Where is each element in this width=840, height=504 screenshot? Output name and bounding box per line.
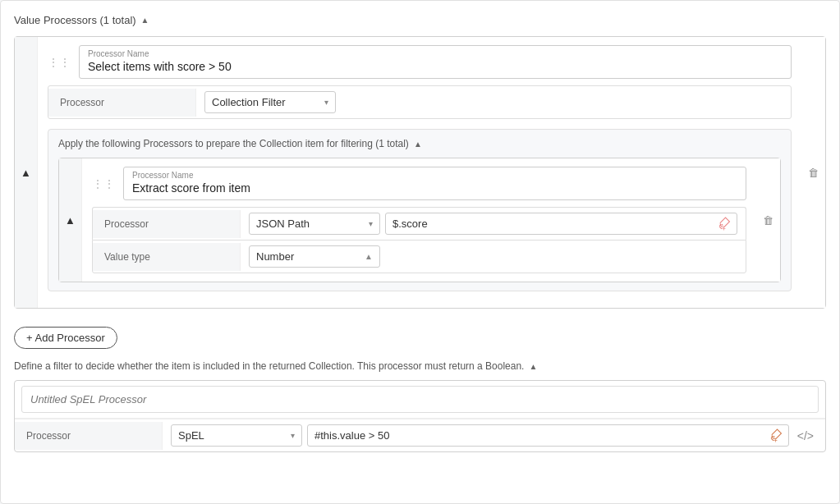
outer-processor-select-text: Collection Filter xyxy=(212,96,321,108)
main-chevron[interactable]: ▲ xyxy=(141,16,149,25)
inner-valuetype-label: Value type xyxy=(93,243,241,271)
spel-name-input[interactable] xyxy=(21,386,819,413)
filter-section-title: Define a filter to decide whether the it… xyxy=(14,360,524,372)
inner-section-header: Apply the following Processors to prepar… xyxy=(58,138,781,149)
inner-delete-icon: 🗑 xyxy=(763,214,773,227)
spel-processor-card: Processor SpEL ▾ 🏷 </> xyxy=(14,380,826,452)
add-processor-label: + Add Processor xyxy=(26,332,105,344)
inner-section: Apply the following Processors to prepar… xyxy=(48,129,792,291)
spel-name-row xyxy=(15,381,825,419)
add-processor-button[interactable]: + Add Processor xyxy=(14,327,117,349)
spel-processor-select-arrow: ▾ xyxy=(291,431,295,440)
outer-processor-select[interactable]: Collection Filter ▾ xyxy=(204,91,336,113)
inner-name-field[interactable]: Processor Name Extract score from item xyxy=(123,167,746,200)
spel-processor-label: Processor xyxy=(15,422,163,450)
spel-processor-value: SpEL ▾ 🏷 </> xyxy=(163,419,825,451)
spel-code-icon: </> xyxy=(797,429,814,442)
spel-processor-select-text: SpEL xyxy=(178,429,287,442)
inner-valuetype-select-arrow: ▲ xyxy=(365,252,373,261)
main-title: Value Processors (1 total) xyxy=(14,14,136,26)
inner-section-chevron[interactable]: ▲ xyxy=(414,140,422,149)
filter-section-header: Define a filter to decide whether the it… xyxy=(14,360,826,372)
outer-drag-handle[interactable]: ⋮⋮ xyxy=(48,57,71,68)
inner-valuetype-select-text: Number xyxy=(256,250,361,263)
inner-collapse-toggle[interactable]: ▲ xyxy=(59,158,82,282)
outer-name-label: Processor Name xyxy=(88,49,783,58)
outer-processor-field-label: Processor xyxy=(48,89,196,117)
inner-name-value: Extract score from item xyxy=(132,181,250,195)
collapse-toggle[interactable]: ▲ xyxy=(15,37,38,308)
inner-section-title: Apply the following Processors to prepar… xyxy=(58,138,409,149)
inner-processor-select-text: JSON Path xyxy=(256,218,365,230)
outer-processor-field-value: Collection Filter ▾ xyxy=(196,86,791,118)
inner-collapse-chevron: ▲ xyxy=(65,214,76,227)
spel-value-input[interactable] xyxy=(307,424,789,447)
main-section-header: Value Processors (1 total) ▲ xyxy=(14,14,826,26)
jsonpath-input[interactable] xyxy=(385,213,737,235)
inner-name-label: Processor Name xyxy=(132,171,737,180)
spel-code-button[interactable]: </> xyxy=(794,428,817,444)
inner-card-layout: ▲ ⋮⋮ Process xyxy=(59,158,780,282)
outer-card-layout: ▲ ⋮⋮ Processor Name Select items with sc… xyxy=(15,37,825,308)
inner-processor-select-arrow: ▾ xyxy=(369,219,373,228)
inner-processor-card: ▲ ⋮⋮ Process xyxy=(58,158,781,282)
spel-value-wrapper: 🏷 xyxy=(307,424,789,447)
outer-delete-icon: 🗑 xyxy=(808,167,819,179)
outer-card-body: ⋮⋮ Processor Name Select items with scor… xyxy=(38,37,801,308)
outer-name-field[interactable]: Processor Name Select items with score >… xyxy=(79,45,792,79)
outer-processor-row: Processor Collection Filter ▾ xyxy=(48,85,792,119)
collapse-chevron: ▲ xyxy=(21,167,31,179)
outer-processor-card: ▲ ⋮⋮ Processor Name Select items with sc… xyxy=(14,36,826,309)
jsonpath-input-wrapper: 🏷 xyxy=(385,213,737,235)
inner-valuetype-value: Number ▲ xyxy=(241,241,746,273)
inner-processor-field-value: JSON Path ▾ 🏷 xyxy=(241,208,746,240)
outer-name-value: Select items with score > 50 xyxy=(88,60,232,73)
spel-processor-row: Processor SpEL ▾ 🏷 </> xyxy=(15,419,825,451)
outer-processor-select-arrow: ▾ xyxy=(324,98,328,107)
inner-processor-row: Processor JSON Path ▾ 🏷 xyxy=(92,207,746,240)
inner-card-body: ⋮⋮ Processor Name Extract score from ite… xyxy=(82,158,756,282)
outer-delete-button[interactable]: 🗑 xyxy=(801,37,825,308)
inner-valuetype-select[interactable]: Number ▲ xyxy=(249,245,380,268)
inner-delete-button[interactable]: 🗑 xyxy=(756,158,780,282)
inner-valuetype-row: Value type Number ▲ xyxy=(92,240,746,273)
inner-drag-handle[interactable]: ⋮⋮ xyxy=(92,178,115,190)
inner-processor-select[interactable]: JSON Path ▾ xyxy=(249,213,380,235)
inner-processor-field-label: Processor xyxy=(93,210,241,238)
filter-section-chevron[interactable]: ▲ xyxy=(529,362,537,371)
spel-processor-select[interactable]: SpEL ▾ xyxy=(171,424,302,447)
